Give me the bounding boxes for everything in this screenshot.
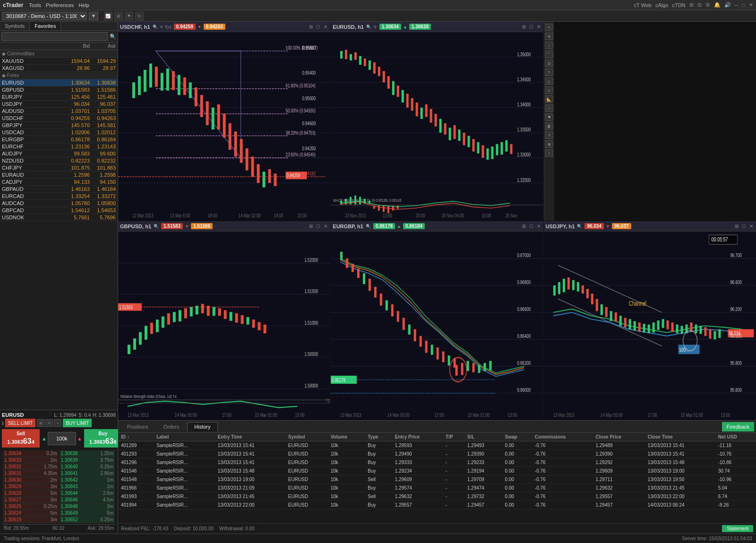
alert-icon[interactable]: ⚑ (125, 12, 133, 20)
list-item[interactable]: AUDUSD 1.03701 1.03705 (0, 108, 118, 115)
list-item[interactable]: EURGBP 0.86178 0.86184 (0, 136, 118, 143)
tool-icon-11[interactable]: ⚑ (545, 113, 553, 121)
tool-icon-12[interactable]: 🗑 (545, 122, 553, 130)
amount-input[interactable] (48, 432, 76, 445)
ob-row[interactable]: 1.306495m (60, 510, 115, 517)
list-item[interactable]: GBPJPY 145.570 145.581 (0, 122, 118, 129)
list-icon[interactable]: ≡ (45, 419, 53, 427)
list-item[interactable]: XAUUSD 1594.04 1594.29 (0, 58, 118, 65)
tool-icon-6[interactable]: T (545, 69, 553, 76)
close-icon[interactable]: ✕ (749, 2, 753, 8)
refresh-icon[interactable]: ↻ (135, 12, 144, 20)
list-item[interactable]: EURCAD 1.33254 1.33272 (0, 193, 118, 200)
tool-icon-14[interactable]: ⊕ (545, 140, 553, 148)
ob-row[interactable]: 1.306250.25m (3, 503, 59, 510)
ob-row[interactable]: 1.306193m (3, 517, 59, 523)
tab-favorites[interactable]: Favorites (30, 22, 61, 30)
chart-popup-icon[interactable]: ⊞ (308, 24, 314, 29)
list-item[interactable]: GBPCAD 1.54612 1.54653 (0, 207, 118, 214)
chart-popup-icon[interactable]: ⊞ (308, 224, 314, 229)
chart-detach-icon[interactable]: ⬡ (741, 224, 747, 229)
menu-preferences[interactable]: Preferences (46, 2, 74, 8)
ob-row[interactable]: 1.306332m (3, 457, 59, 464)
ob-row[interactable]: 1.306442.6m (60, 490, 115, 497)
chart-close-icon[interactable]: ✕ (536, 224, 541, 229)
tab-positions[interactable]: Positions (120, 422, 155, 431)
sell-limit-button[interactable]: SELL LIMIT (5, 419, 35, 427)
ob-row[interactable]: 1.306245m (3, 510, 59, 517)
feedback-button[interactable]: Feedback (722, 422, 754, 431)
zoom-icon[interactable]: 🔍 (153, 224, 159, 229)
ob-row[interactable]: 1.306302m (3, 477, 59, 483)
plus-icon[interactable]: + (54, 419, 61, 427)
ob-row[interactable]: 1.308432m (60, 483, 115, 490)
account-selector[interactable]: 3010687 - Demo - USD - 1:100 (2, 12, 87, 20)
list-item[interactable]: GBPAUD 1.46163 1.46184 (0, 186, 118, 193)
settings-icon[interactable]: ⚙ (705, 2, 710, 8)
indicator-icon[interactable]: f(x) (165, 25, 172, 29)
tool-icon-13[interactable]: ? (545, 131, 553, 139)
list-item[interactable]: AUDJPY 99.583 99.600 (0, 150, 118, 157)
chart-detach-icon[interactable]: ⬡ (528, 224, 534, 229)
volume-icon[interactable]: 🔊 (724, 2, 731, 8)
list-item[interactable]: USDCAD 1.02006 1.02012 (0, 129, 118, 136)
maximize-icon[interactable]: □ (742, 2, 745, 8)
chart-popup-icon[interactable]: ⊞ (521, 224, 527, 229)
ob-row[interactable]: 1.306412.95m (60, 470, 115, 477)
statement-button[interactable]: Statement (722, 525, 753, 532)
account-dropdown-btn[interactable]: ▼ (89, 12, 98, 20)
tool-icon-1[interactable]: ↖ (545, 24, 553, 31)
chart-detach-icon[interactable]: ⬡ (528, 24, 534, 29)
ob-row[interactable]: 1.306464.5m (60, 497, 115, 503)
new-chart-icon[interactable]: 📈 (104, 12, 112, 20)
list-item[interactable]: USDNOK 5.7661 5.7696 (0, 214, 118, 221)
grid-icon[interactable]: ⊞ (37, 419, 44, 427)
tab-orders[interactable]: Orders (156, 422, 187, 431)
tool-icon-8[interactable]: ◇ (545, 86, 553, 94)
chart-detach-icon[interactable]: ⬡ (315, 224, 321, 229)
list-item[interactable]: GBPUSD 1.51583 1.51586 (0, 86, 118, 94)
ob-row[interactable]: 1.306483m (60, 503, 115, 510)
tool-icon-9[interactable]: 📐 (545, 95, 553, 103)
chart-popup-icon[interactable]: ⊞ (734, 224, 739, 229)
list-item[interactable]: USDCHF 0.94259 0.94263 (0, 115, 118, 122)
buy-limit-button[interactable]: BUY LIMIT (63, 419, 92, 427)
minimize-icon[interactable]: ─ (735, 2, 739, 8)
list-item[interactable]: XAGUSD 28.96 28.97 (0, 65, 118, 72)
list-item[interactable]: CADJPY 94.133 94.150 (0, 179, 118, 186)
list-item[interactable]: EURJPY 125.456 125.461 (0, 94, 118, 101)
list-item[interactable]: NZDUSD 0.82223 0.82232 (0, 157, 118, 164)
menu-tools[interactable]: Tools (29, 2, 41, 8)
list-item-eurusd[interactable]: EURUSD 1.30634 1.30638 (0, 79, 118, 86)
tool-icon-10[interactable]: ☆ (545, 104, 553, 112)
ob-row[interactable]: 1.306321.75m (3, 464, 59, 470)
list-item[interactable]: EURAUD 1.2596 1.2598 (0, 172, 118, 179)
ct-web-btn[interactable]: cT Web (634, 2, 652, 8)
chart-popup-icon[interactable]: ⊞ (521, 24, 527, 29)
ob-row[interactable]: 1.306520.25m (60, 517, 115, 523)
tab-symbols[interactable]: Symbols (0, 22, 30, 30)
tool-icon-7[interactable]: △ (545, 78, 553, 85)
chart-detach-icon[interactable]: ⬡ (315, 24, 321, 29)
cursor-icon[interactable]: ✛ (373, 25, 378, 29)
ob-row[interactable]: 1.306421m (60, 477, 115, 483)
zoom-icon[interactable]: 🔍 (152, 25, 158, 29)
c-algo-btn[interactable]: cAlgo (655, 2, 669, 8)
list-item[interactable]: EURCHF 1.23136 1.23143 (0, 143, 118, 150)
zoom-icon[interactable]: 🔍 (365, 224, 371, 229)
search-input[interactable] (1, 32, 108, 41)
notification-icon[interactable]: 🔔 (714, 2, 721, 8)
list-item[interactable]: AUDCAD 1.05780 1.05800 (0, 200, 118, 207)
c-tdn-btn[interactable]: cTDN (672, 2, 685, 8)
ob-row[interactable]: 1.306285m (3, 490, 59, 497)
chart-close-icon[interactable]: ✕ (323, 24, 328, 29)
layout-icon[interactable]: ⊞ (114, 12, 123, 20)
zoom-icon[interactable]: 🔍 (366, 25, 372, 29)
cursor-icon[interactable]: ✛ (159, 25, 164, 29)
ob-row[interactable]: 1.306293m (3, 483, 59, 490)
tool-icon-2[interactable]: ✛ (545, 33, 553, 40)
chart-close-icon[interactable]: ✕ (323, 224, 328, 229)
chart-close-icon[interactable]: ✕ (536, 24, 541, 29)
tool-icon-4[interactable]: ⌒ (545, 51, 553, 58)
menu-help[interactable]: Help (78, 2, 89, 8)
